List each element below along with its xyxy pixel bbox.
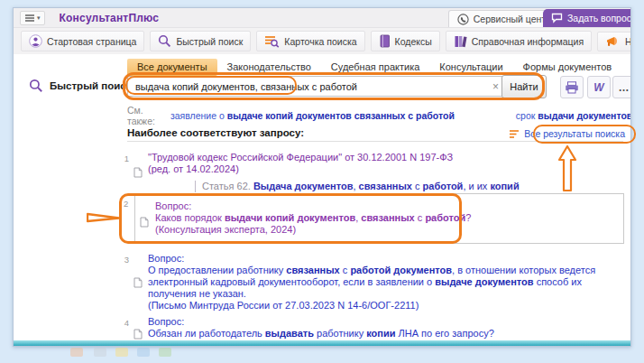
export-word-button[interactable]: W bbox=[587, 76, 611, 98]
search-input[interactable] bbox=[133, 80, 491, 93]
text-segment: ? bbox=[465, 212, 471, 223]
toolbar-label-news: Новости bbox=[625, 36, 631, 47]
text-segment: выдаче документов bbox=[435, 276, 533, 287]
desktop-background: { "titlebar": { "logo": "КонсультантПлюс… bbox=[0, 0, 644, 363]
result-item-body: Вопрос:Каков порядок выдачи копий докуме… bbox=[155, 200, 616, 243]
quick-search-label: Быстрый поиск bbox=[50, 80, 131, 91]
doc-icon bbox=[140, 200, 150, 243]
text-segment: связанных bbox=[359, 181, 412, 191]
printer-icon bbox=[565, 81, 579, 94]
result-number: 2 bbox=[124, 199, 128, 209]
divider bbox=[127, 141, 623, 142]
see-also-link-plain: срок bbox=[516, 110, 538, 121]
see-also-link-plain: заявление о bbox=[170, 110, 227, 121]
ask-question-button[interactable]: Задать вопрос bbox=[543, 9, 631, 27]
text-segment: Выдача документов bbox=[253, 181, 354, 191]
ask-question-label: Задать вопрос bbox=[567, 13, 631, 23]
toolbar-button-start-page[interactable]: Стартовая страница bbox=[21, 31, 144, 51]
toolbar-label-quick-search: Быстрый поиск bbox=[176, 36, 243, 47]
all-results-label: Все результаты поиска bbox=[524, 128, 625, 139]
tab-consultations[interactable]: Консультации bbox=[429, 59, 512, 76]
text-segment: связанных bbox=[286, 265, 339, 275]
find-button[interactable]: Найти bbox=[501, 75, 547, 98]
phone-icon bbox=[457, 14, 469, 25]
text-segment: работнику bbox=[314, 328, 366, 339]
document-title[interactable]: "Трудовой кодекс Российской Федерации" о… bbox=[148, 152, 623, 163]
search-tabs: Все документыЗаконодательствоСудебная пр… bbox=[127, 59, 621, 76]
see-also-link-1[interactable]: заявление о выдаче копий документов связ… bbox=[170, 110, 455, 121]
app-window: ▾ КонсультантПлюс Сервисный центр Задать… bbox=[13, 7, 631, 347]
tab-document-forms[interactable]: Формы документов bbox=[513, 59, 622, 76]
text-segment: копии bbox=[366, 328, 395, 339]
see-also-link-bold: выдачи документов связанных с работой bbox=[538, 110, 631, 121]
toolbar-label-codes: Кодексы bbox=[395, 36, 432, 47]
text-segment: работой bbox=[423, 181, 464, 191]
result-item-box[interactable]: Вопрос:Каков порядок выдачи копий докуме… bbox=[134, 193, 624, 244]
taskbar-icon-blur bbox=[137, 348, 150, 357]
toolbar-button-quick-search[interactable]: Быстрый поиск bbox=[150, 31, 251, 51]
result-item-body: "Трудовой кодекс Российской Федерации" о… bbox=[148, 152, 623, 192]
question-text: О предоставлении работнику связанных с р… bbox=[148, 265, 623, 300]
quick-search-icon bbox=[158, 34, 171, 48]
text-segment: выдавать bbox=[265, 328, 314, 339]
tab-all-documents[interactable]: Все документы bbox=[127, 59, 217, 76]
text-segment: с bbox=[412, 181, 423, 191]
result-source: (Консультация эксперта, 2024) bbox=[155, 224, 616, 236]
print-button[interactable] bbox=[560, 76, 584, 98]
quick-search-section: Быстрый поиск bbox=[29, 79, 131, 93]
question-text: Каков порядок выдачи копий документов, с… bbox=[155, 212, 616, 224]
tab-legislation[interactable]: Законодательство bbox=[217, 59, 321, 76]
toolbar-button-codes[interactable]: Кодексы bbox=[371, 31, 440, 51]
window-bottom-edge bbox=[14, 340, 630, 346]
chat-bubble-icon bbox=[551, 13, 563, 23]
text-segment: Обязан ли работодатель bbox=[148, 328, 265, 339]
tab-court-practice[interactable]: Судебная практика bbox=[321, 59, 429, 76]
start-page-icon bbox=[29, 34, 42, 48]
see-also-link-2[interactable]: срок выдачи документов связанных с работ… bbox=[516, 110, 631, 121]
text-segment: О предоставлении работнику bbox=[148, 265, 286, 275]
text-segment: выдачи копий документов bbox=[225, 212, 355, 223]
clear-search-icon[interactable]: × bbox=[491, 80, 501, 93]
question-label: Вопрос: bbox=[148, 253, 623, 265]
main-menu-button[interactable]: ▾ bbox=[20, 11, 45, 25]
news-megaphone-icon bbox=[605, 35, 621, 48]
doc-icon bbox=[133, 253, 143, 312]
search-box: × bbox=[127, 76, 507, 97]
text-segment: ЛНА по его запросу? bbox=[395, 328, 493, 339]
toolbar-button-news[interactable]: Новости bbox=[597, 32, 631, 51]
all-results-link[interactable]: Все результаты поиска bbox=[509, 128, 625, 139]
result-source: (Письмо Минтруда России от 27.03.2023 N … bbox=[148, 300, 623, 312]
doc-icon bbox=[133, 152, 143, 192]
text-segment: Каков порядок bbox=[155, 212, 225, 223]
result-item[interactable]: 3Вопрос:О предоставлении работнику связа… bbox=[121, 253, 627, 312]
result-number: 3 bbox=[121, 253, 129, 312]
results-header: Наиболее соответствуют запросу: bbox=[127, 127, 304, 138]
article-line[interactable]: Статья 62. Выдача документов, связанных … bbox=[195, 181, 623, 192]
question-label: Вопрос: bbox=[148, 316, 623, 328]
app-logo: КонсультантПлюс bbox=[60, 12, 160, 24]
result-item-body: Вопрос:О предоставлении работнику связан… bbox=[148, 253, 623, 312]
title-bar: ▾ КонсультантПлюс Сервисный центр Задать… bbox=[14, 8, 630, 28]
find-button-label: Найти bbox=[510, 81, 538, 92]
more-dots-icon: … bbox=[619, 85, 630, 90]
see-also-links: заявление о выдаче копий документов связ… bbox=[170, 105, 631, 126]
see-also-link-bold: выдаче копий документов связанных с рабо… bbox=[227, 110, 455, 121]
text-segment: с bbox=[415, 212, 426, 223]
result-item[interactable]: 1"Трудовой кодекс Российской Федерации" … bbox=[121, 152, 627, 192]
see-also-row: См. также: заявление о выдаче копий доку… bbox=[127, 105, 631, 126]
taskbar-icon-blur bbox=[115, 348, 128, 357]
taskbar-icon-blur bbox=[94, 348, 106, 357]
main-toolbar: Стартовая страницаБыстрый поискКарточка … bbox=[14, 28, 630, 55]
more-actions-button[interactable]: … bbox=[612, 76, 631, 98]
toolbar-button-search-card[interactable]: Карточка поиска bbox=[256, 31, 364, 51]
article-prefix: Статья 62. bbox=[202, 181, 253, 191]
toolbar-button-reference-info[interactable]: Справочная информация bbox=[446, 31, 592, 51]
document-edition: (ред. от 14.02.2024) bbox=[148, 163, 623, 175]
service-center-label: Сервисный центр bbox=[474, 14, 551, 24]
codes-book-icon bbox=[379, 34, 391, 48]
toolbar-label-reference-info: Справочная информация bbox=[472, 36, 584, 47]
toolbar-items: Стартовая страницаБыстрый поискКарточка … bbox=[21, 31, 631, 51]
text-segment: работой bbox=[425, 212, 465, 223]
text-segment: , и их bbox=[463, 181, 490, 191]
question-text: Обязан ли работодатель выдавать работник… bbox=[148, 328, 623, 340]
